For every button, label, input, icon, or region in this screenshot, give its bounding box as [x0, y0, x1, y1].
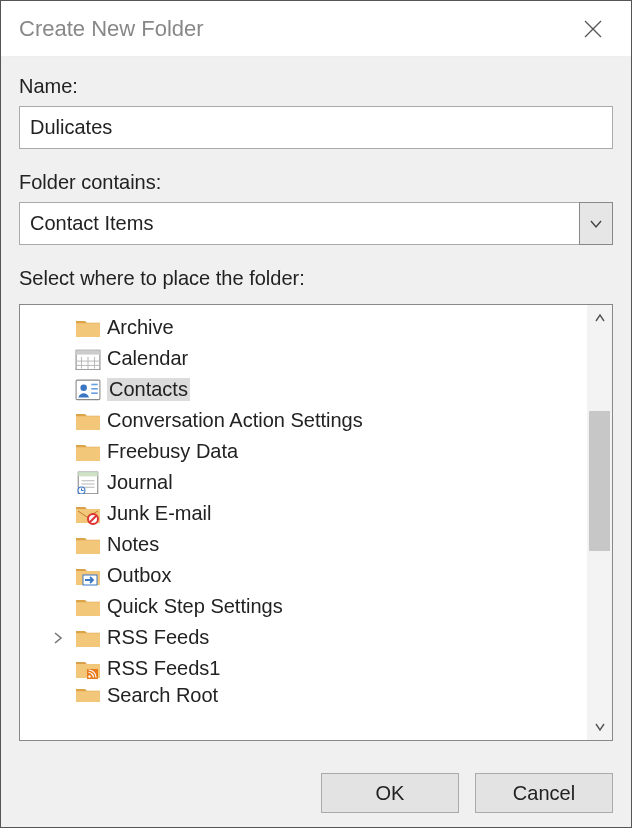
create-folder-dialog: Create New Folder Name: Folder contains:…: [0, 0, 632, 828]
tree-item-label: RSS Feeds: [107, 626, 209, 649]
tree-item[interactable]: Notes: [20, 529, 587, 560]
outbox-icon: [75, 564, 101, 588]
tree-item[interactable]: Calendar: [20, 343, 587, 374]
tree-item-label: Conversation Action Settings: [107, 409, 363, 432]
contains-label: Folder contains:: [19, 171, 613, 194]
tree-item-label: Outbox: [107, 564, 171, 587]
folder-tree[interactable]: ArchiveCalendarContactsConversation Acti…: [20, 305, 587, 740]
tree-item-label: Journal: [107, 471, 173, 494]
tree-item[interactable]: Outbox: [20, 560, 587, 591]
tree-scrollbar[interactable]: [587, 305, 612, 740]
tree-item-label: Calendar: [107, 347, 188, 370]
svg-rect-15: [78, 472, 97, 476]
scroll-down-button[interactable]: [587, 714, 612, 740]
tree-item-label: Archive: [107, 316, 174, 339]
close-icon: [584, 20, 602, 38]
tree-item[interactable]: RSS Feeds: [20, 622, 587, 653]
tree-item[interactable]: Journal: [20, 467, 587, 498]
folder-contains-select[interactable]: Contact Items: [19, 202, 613, 245]
folder-icon: [75, 595, 101, 619]
expand-chevron-icon[interactable]: [49, 629, 67, 647]
dialog-title: Create New Folder: [19, 16, 573, 42]
tree-item-label: Freebusy Data: [107, 440, 238, 463]
folder-icon: [75, 684, 101, 702]
svg-rect-3: [76, 350, 100, 354]
tree-item[interactable]: Contacts: [20, 374, 587, 405]
close-button[interactable]: [573, 9, 613, 49]
junk-icon: [75, 502, 101, 526]
tree-item[interactable]: Conversation Action Settings: [20, 405, 587, 436]
rss-icon: [75, 657, 101, 681]
name-label: Name:: [19, 75, 613, 98]
scroll-thumb[interactable]: [589, 411, 610, 551]
folder-icon: [75, 440, 101, 464]
titlebar: Create New Folder: [1, 1, 631, 57]
chevron-down-icon: [594, 722, 606, 732]
place-label: Select where to place the folder:: [19, 267, 613, 290]
folder-icon: [75, 533, 101, 557]
chevron-up-icon: [594, 313, 606, 323]
tree-item[interactable]: Archive: [20, 312, 587, 343]
tree-item-label: Notes: [107, 533, 159, 556]
calendar-icon: [75, 347, 101, 371]
folder-icon: [75, 316, 101, 340]
tree-item[interactable]: Search Root: [20, 684, 587, 702]
cancel-button[interactable]: Cancel: [475, 773, 613, 813]
scroll-track[interactable]: [587, 331, 612, 714]
tree-item[interactable]: Quick Step Settings: [20, 591, 587, 622]
journal-icon: [75, 471, 101, 495]
folder-contains-value: Contact Items: [19, 202, 579, 245]
tree-item[interactable]: Freebusy Data: [20, 436, 587, 467]
chevron-down-icon: [589, 219, 603, 229]
folder-icon: [75, 409, 101, 433]
folder-contains-dropdown-button[interactable]: [579, 202, 613, 245]
folder-icon: [75, 626, 101, 650]
svg-point-26: [88, 675, 90, 677]
dialog-buttons: OK Cancel: [1, 759, 631, 827]
dialog-body: Name: Folder contains: Contact Items Sel…: [1, 57, 631, 759]
folder-name-input[interactable]: [19, 106, 613, 149]
tree-item-label: Junk E-mail: [107, 502, 211, 525]
tree-item[interactable]: Junk E-mail: [20, 498, 587, 529]
svg-point-10: [80, 384, 86, 390]
tree-item-label: Search Root: [107, 684, 218, 702]
tree-item-label: RSS Feeds1: [107, 657, 220, 680]
tree-item-label: Quick Step Settings: [107, 595, 283, 618]
tree-item-label: Contacts: [107, 378, 190, 401]
scroll-up-button[interactable]: [587, 305, 612, 331]
contacts-icon: [75, 378, 101, 402]
tree-item[interactable]: RSS Feeds1: [20, 653, 587, 684]
ok-button[interactable]: OK: [321, 773, 459, 813]
folder-tree-container: ArchiveCalendarContactsConversation Acti…: [19, 304, 613, 741]
